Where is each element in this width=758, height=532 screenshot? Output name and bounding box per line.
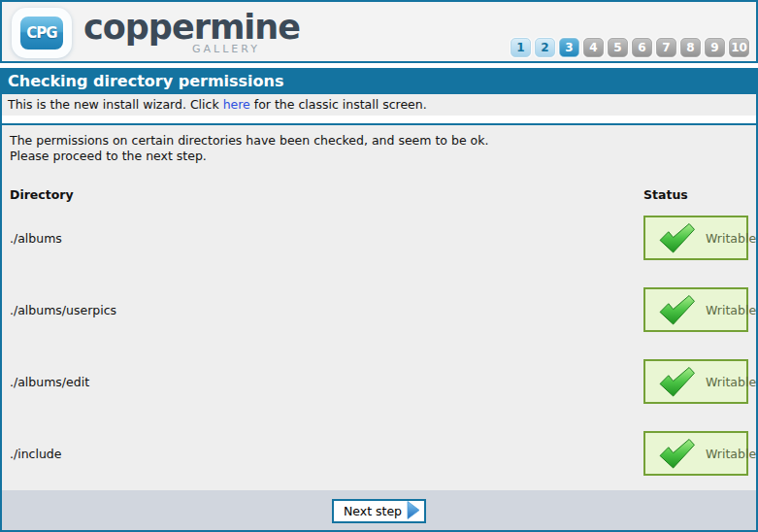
status-badge: Writable [643, 216, 748, 260]
coppermine-logo[interactable]: CPG [12, 8, 72, 58]
table-row: ./include Writable [10, 431, 748, 476]
wizard-step-4[interactable]: 4 [583, 38, 604, 57]
intro-line-2: Please proceed to the next step. [10, 149, 748, 164]
wizard-step-2[interactable]: 2 [535, 38, 555, 57]
wizard-step-1[interactable]: 1 [511, 38, 531, 57]
status-label: Writable [706, 303, 756, 317]
permission-check-panel: The permissions on certain directories h… [2, 123, 756, 490]
wizard-step-6[interactable]: 6 [632, 38, 652, 57]
next-step-button[interactable]: Next step [332, 499, 426, 523]
directory-path: ./albums/edit [10, 375, 643, 389]
next-step-label: Next step [344, 504, 402, 518]
wizard-step-indicator: 1 2 3 4 5 6 7 8 9 10 [511, 38, 749, 57]
table-row: ./albums Writable [10, 216, 748, 260]
column-header-status: Status [643, 187, 748, 202]
directory-path: ./include [10, 447, 643, 461]
info-text-before: This is the new install wizard. Click [8, 97, 223, 112]
brand-title: coppermine [83, 10, 300, 45]
intro-line-1: The permissions on certain directories h… [10, 133, 748, 149]
content-gap [2, 116, 756, 123]
table-row: ./albums/userpics Writable [10, 287, 748, 332]
wizard-step-9[interactable]: 9 [705, 38, 725, 57]
status-label: Writable [706, 231, 756, 246]
classic-install-link[interactable]: here [223, 97, 250, 112]
intro-text: The permissions on certain directories h… [10, 133, 748, 164]
check-icon [659, 439, 695, 469]
check-icon [659, 295, 695, 325]
directory-path: ./albums/userpics [10, 303, 643, 317]
status-badge: Writable [643, 431, 748, 476]
status-badge: Writable [643, 359, 748, 404]
wizard-info-bar: This is the new install wizard. Click he… [2, 94, 756, 116]
header: CPG coppermine GALLERY 1 2 3 4 5 6 7 8 9… [0, 0, 758, 63]
check-icon [659, 223, 695, 253]
install-wizard-page: CPG coppermine GALLERY 1 2 3 4 5 6 7 8 9… [0, 0, 758, 532]
wizard-step-7[interactable]: 7 [656, 38, 676, 57]
footer-bar: Next step [2, 490, 756, 530]
content-box: Checking directory permissions This is t… [0, 68, 758, 532]
status-badge: Writable [643, 287, 748, 332]
status-label: Writable [706, 447, 756, 461]
status-label: Writable [706, 375, 756, 389]
arrow-right-icon [407, 504, 420, 519]
column-header-directory: Directory [10, 187, 643, 202]
table-row: ./albums/edit Writable [10, 359, 748, 404]
table-header-row: Directory Status [10, 187, 748, 202]
wizard-step-3[interactable]: 3 [559, 38, 579, 57]
directory-path: ./albums [10, 231, 643, 246]
cpg-logo-icon: CPG [18, 15, 65, 51]
page-title: Checking directory permissions [2, 70, 756, 94]
wizard-step-10[interactable]: 10 [729, 38, 749, 57]
brand-subtitle: GALLERY [192, 43, 260, 55]
wizard-step-8[interactable]: 8 [680, 38, 701, 57]
check-icon [659, 367, 695, 397]
info-text-after: for the classic install screen. [250, 97, 427, 112]
wizard-step-5[interactable]: 5 [608, 38, 628, 57]
